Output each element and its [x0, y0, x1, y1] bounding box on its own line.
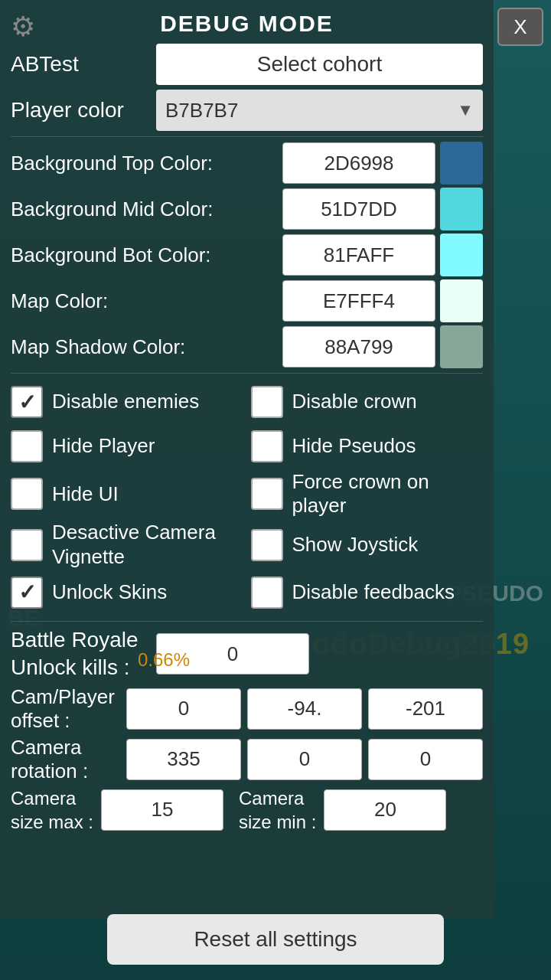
checkbox-row-desactive-camera: Desactive Camera Vignette [11, 521, 243, 568]
camera-rotation-row: Camera rotation : [11, 736, 483, 783]
camera-size-min-label-line2: size min : [239, 810, 316, 834]
force-crown-label: Force crown on player [292, 470, 484, 518]
camera-size-row: Camera size max : Camera size min : [11, 786, 483, 834]
disable-enemies-label: Disable enemies [52, 390, 199, 413]
hide-pseudos-checkbox[interactable] [251, 430, 283, 462]
checkbox-row-disable-feedbacks: Disable feedbacks [251, 572, 484, 613]
battle-royale-label-line2: Unlock kills : [11, 654, 148, 681]
bg-top-color-input-wrap [282, 142, 483, 185]
checkbox-row-hide-ui: Hide UI [11, 470, 243, 518]
camera-size-min-label-line1: Camera [239, 786, 316, 810]
bg-mid-color-input-wrap [282, 188, 483, 230]
divider-1 [11, 136, 483, 137]
map-color-input[interactable] [282, 280, 435, 322]
bg-top-color-label: Background Top Color: [11, 152, 275, 175]
checkbox-row-disable-crown: Disable crown [251, 381, 484, 423]
checkbox-row-force-crown: Force crown on player [251, 470, 484, 518]
divider-3 [11, 621, 483, 622]
camera-rotation-label: Camera rotation : [11, 736, 119, 783]
disable-crown-label: Disable crown [292, 390, 417, 413]
battle-royale-label-line1: Battle Royale [11, 626, 148, 654]
disable-feedbacks-checkbox[interactable] [251, 577, 283, 609]
camera-size-max-label-line2: size max : [11, 810, 93, 834]
map-color-row: Map Color: [11, 279, 483, 322]
cam-offset-x-input[interactable] [126, 688, 241, 730]
map-shadow-color-row: Map Shadow Color: [11, 325, 483, 368]
panel-content: ABTest Select cohort Player color B7B7B7… [0, 43, 494, 834]
debug-panel: ⚙ DEBUG MODE ABTest Select cohort Player… [0, 0, 494, 919]
disable-crown-checkbox[interactable] [251, 386, 283, 418]
map-shadow-color-swatch [440, 325, 483, 368]
battle-royale-row: Battle Royale Unlock kills : [11, 626, 483, 682]
checkbox-row-unlock-skins: ✓ Unlock Skins [11, 572, 243, 613]
camera-size-min-input[interactable] [324, 789, 446, 831]
bg-top-color-row: Background Top Color: [11, 142, 483, 185]
map-color-swatch [440, 279, 483, 322]
desactive-camera-label: Desactive Camera Vignette [52, 521, 243, 568]
camera-size-max-group: Camera size max : [11, 786, 223, 834]
cam-rot-x-input[interactable] [126, 739, 241, 780]
bg-bot-color-label: Background Bot Color: [11, 243, 275, 267]
chevron-down-icon: ▼ [457, 100, 474, 120]
cam-rot-z-input[interactable] [368, 739, 483, 780]
debug-mode-title: DEBUG MODE [160, 0, 334, 44]
percentage-overlay: 0.66% [138, 649, 190, 671]
hide-pseudos-label: Hide Pseudos [292, 434, 416, 458]
hide-ui-checkbox[interactable] [11, 478, 43, 510]
disable-feedbacks-label: Disable feedbacks [292, 580, 455, 604]
bg-mid-color-row: Background Mid Color: [11, 188, 483, 230]
cam-rot-y-input[interactable] [247, 739, 362, 780]
gear-icon: ⚙ [11, 11, 35, 43]
bg-mid-color-label: Background Mid Color: [11, 198, 275, 221]
bg-bot-color-input-wrap [282, 234, 483, 276]
cam-player-offset-inputs [126, 688, 483, 730]
bg-top-color-input[interactable] [282, 142, 435, 184]
player-color-dropdown[interactable]: B7B7B7 ▼ [156, 90, 483, 131]
camera-size-max-input[interactable] [101, 789, 223, 831]
map-shadow-color-label: Map Shadow Color: [11, 335, 275, 359]
reset-area: Reset all settings [107, 914, 444, 965]
map-color-input-wrap [282, 279, 483, 322]
bg-bot-color-input[interactable] [282, 234, 435, 276]
unlock-skins-label: Unlock Skins [52, 580, 167, 604]
close-label: X [514, 15, 527, 39]
cam-offset-y-input[interactable] [247, 688, 362, 730]
map-shadow-color-input-wrap [282, 325, 483, 368]
cam-player-offset-row: Cam/Player offset : [11, 685, 483, 733]
camera-rotation-inputs [126, 739, 483, 780]
bg-top-color-swatch [440, 142, 483, 185]
bg-bot-color-swatch [440, 234, 483, 276]
reset-all-settings-button[interactable]: Reset all settings [107, 914, 444, 965]
close-button[interactable]: X [497, 8, 543, 46]
unlock-skins-checkbox[interactable]: ✓ [11, 577, 43, 609]
bg-bot-color-row: Background Bot Color: [11, 234, 483, 276]
show-joystick-checkbox[interactable] [251, 529, 283, 561]
camera-size-min-group: Camera size min : [239, 786, 446, 834]
desactive-camera-checkbox[interactable] [11, 529, 43, 561]
map-shadow-color-input[interactable] [282, 326, 435, 368]
map-color-label: Map Color: [11, 289, 275, 313]
unlock-skins-checkmark-icon: ✓ [18, 580, 36, 605]
divider-2 [11, 373, 483, 374]
disable-enemies-checkbox[interactable]: ✓ [11, 386, 43, 418]
hide-ui-label: Hide UI [52, 482, 119, 506]
show-joystick-label: Show Joystick [292, 533, 419, 557]
cam-offset-z-input[interactable] [368, 688, 483, 730]
checkboxes-grid: ✓ Disable enemies Disable crown Hide Pla… [11, 378, 483, 616]
cam-player-offset-label: Cam/Player offset : [11, 685, 119, 733]
select-cohort-button[interactable]: Select cohort [156, 44, 483, 85]
camera-size-max-label-line1: Camera [11, 786, 93, 810]
force-crown-checkbox[interactable] [251, 478, 283, 510]
checkbox-row-hide-player: Hide Player [11, 426, 243, 467]
checkbox-row-show-joystick: Show Joystick [251, 521, 484, 568]
abtest-row: ABTest Select cohort [11, 43, 483, 86]
player-color-label: Player color [11, 98, 148, 122]
player-color-value: B7B7B7 [165, 99, 238, 122]
player-color-row: Player color B7B7B7 ▼ [11, 89, 483, 132]
bg-mid-color-input[interactable] [282, 188, 435, 230]
checkbox-row-hide-pseudos: Hide Pseudos [251, 426, 484, 467]
abtest-label: ABTest [11, 52, 148, 77]
bg-mid-color-swatch [440, 188, 483, 230]
hide-player-checkbox[interactable] [11, 430, 43, 462]
checkmark-icon: ✓ [18, 390, 36, 415]
